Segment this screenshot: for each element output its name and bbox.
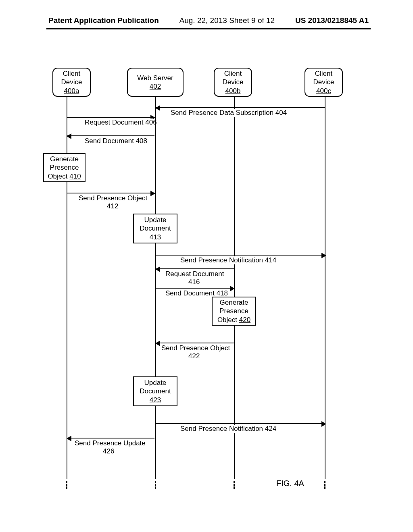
label-416a: Request Document xyxy=(165,270,224,278)
header-rule xyxy=(46,28,371,29)
lifeline-client-b-2 xyxy=(234,326,235,479)
lifeline-client-a-2 xyxy=(67,182,67,479)
arrow-422 xyxy=(156,343,234,343)
lifeline-server-2 xyxy=(155,243,156,376)
participant-client-b: Client Device 400b xyxy=(214,68,252,97)
box-413: Update Document 413 xyxy=(133,214,177,243)
sequence-diagram: Client Device 400a Web Server 402 Client… xyxy=(50,68,369,495)
box-423-l2: Document xyxy=(140,387,171,395)
client-c-ref: 400c xyxy=(316,87,331,95)
box-420-l3: Object xyxy=(217,316,237,324)
label-408: Send Document 408 xyxy=(85,137,147,145)
header-middle: Aug. 22, 2013 Sheet 9 of 12 xyxy=(179,16,275,25)
lifeline-client-b-dash xyxy=(234,481,235,489)
label-412a: Send Presence Object xyxy=(79,194,147,202)
arrow-406 xyxy=(67,117,154,118)
label-424: Send Presence Notification 424 xyxy=(180,425,276,433)
box-410-l1: Generate xyxy=(50,155,79,163)
box-413-l1: Update xyxy=(144,216,167,224)
lifeline-client-a-1 xyxy=(67,97,67,153)
box-420: Generate Presence Object 420 xyxy=(212,297,256,326)
client-a-line1: Client xyxy=(63,69,80,78)
label-406: Request Document 406 xyxy=(85,118,153,127)
web-server-ref: 402 xyxy=(150,82,161,91)
arrow-424 xyxy=(156,423,325,424)
figure-label: FIG. 4A xyxy=(276,479,304,488)
lifeline-server-dash xyxy=(155,481,156,489)
lifeline-client-a-dash xyxy=(66,481,67,489)
client-c-line2: Device xyxy=(313,78,334,86)
label-418: Send Document 418 xyxy=(165,289,228,297)
web-server-line1: Web Server xyxy=(137,74,173,82)
label-426a: Send Presence Update xyxy=(75,439,146,447)
label-412b: 412 xyxy=(107,202,118,210)
client-c-line1: Client xyxy=(315,69,332,78)
lifeline-client-b-1 xyxy=(234,97,235,297)
arrow-408 xyxy=(67,135,154,136)
box-410-l3-wrap: Object 410 xyxy=(48,172,81,181)
header-right: US 2013/0218845 A1 xyxy=(295,16,369,25)
label-426b: 426 xyxy=(103,447,114,455)
client-b-line1: Client xyxy=(224,69,242,78)
box-423: Update Document 423 xyxy=(133,376,177,406)
box-420-l1: Generate xyxy=(220,298,248,307)
client-b-line2: Device xyxy=(223,78,244,86)
client-b-ref: 400b xyxy=(225,87,241,95)
arrow-414 xyxy=(156,255,325,256)
box-410-ref: 410 xyxy=(69,172,81,180)
lifeline-client-c-dash xyxy=(324,481,325,489)
label-416b: 416 xyxy=(188,278,200,286)
client-a-line2: Device xyxy=(61,78,82,86)
box-420-l3-wrap: Object 420 xyxy=(217,316,250,324)
box-413-ref: 413 xyxy=(150,233,161,241)
arrow-404 xyxy=(156,107,325,108)
box-420-ref: 420 xyxy=(239,316,250,324)
arrow-416 xyxy=(156,268,234,269)
arrow-418 xyxy=(156,288,234,289)
box-413-l2: Document xyxy=(140,224,171,233)
label-422a: Send Presence Object xyxy=(161,344,230,352)
arrow-426 xyxy=(67,438,154,438)
box-410-l2: Presence xyxy=(50,163,79,172)
box-410: Generate Presence Object 410 xyxy=(43,153,86,182)
participant-client-a: Client Device 400a xyxy=(52,68,91,97)
header-left: Patent Application Publication xyxy=(48,16,159,25)
client-a-ref: 400a xyxy=(64,87,79,95)
arrow-412 xyxy=(67,193,154,193)
label-404: Send Presence Data Subscription 404 xyxy=(171,109,287,117)
lifeline-server-3 xyxy=(155,406,156,479)
participant-web-server: Web Server 402 xyxy=(127,68,184,97)
label-422b: 422 xyxy=(188,352,200,360)
lifeline-server-1 xyxy=(155,97,156,214)
box-423-ref: 423 xyxy=(150,396,161,404)
box-410-l3: Object xyxy=(48,172,67,180)
box-423-l1: Update xyxy=(144,378,167,387)
participant-client-c: Client Device 400c xyxy=(305,68,343,97)
box-420-l2: Presence xyxy=(219,307,248,315)
label-414: Send Presence Notification 414 xyxy=(180,256,276,264)
